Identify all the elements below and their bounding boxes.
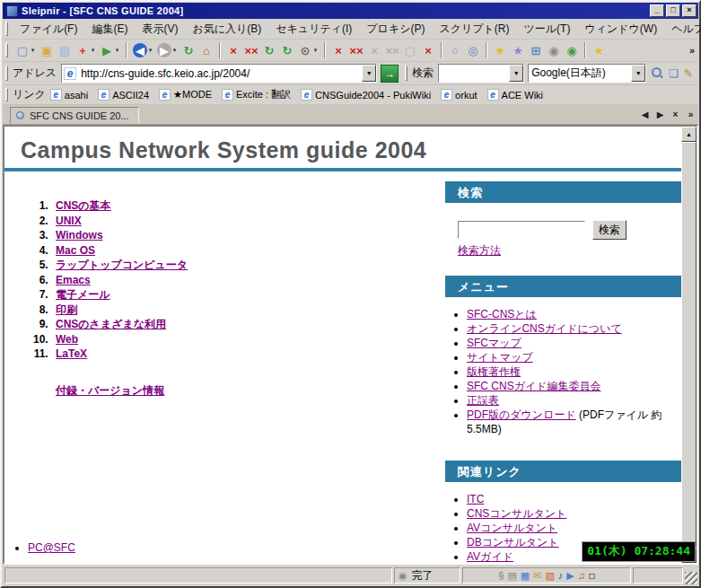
toc-link[interactable]: LaTeX [56, 347, 87, 360]
menu-item[interactable]: 編集(E) [84, 20, 135, 39]
menu-item[interactable]: プロキシ(P) [359, 20, 432, 39]
links-bar-link[interactable]: e ACE Wiki [487, 89, 543, 101]
sidebar-menu-link[interactable]: 正誤表 [467, 394, 499, 407]
copy-document-button[interactable]: ▤ [56, 40, 74, 60]
close-all-windows-button[interactable]: ×× [347, 40, 365, 60]
address-input[interactable]: e http://cns-guide.sfc.keio.ac.jp/2004/ … [61, 64, 377, 83]
maximize-button[interactable]: □ [666, 4, 680, 17]
add-favorite-button[interactable]: ★ [590, 40, 608, 60]
close-left-button[interactable]: × [365, 40, 383, 60]
related-link[interactable]: CNSコンサルタント [467, 507, 566, 520]
links-bar-link[interactable]: e asahi [50, 89, 88, 101]
toc-link[interactable]: 印刷 [56, 303, 77, 316]
search-help-link[interactable]: 検索方法 [458, 243, 501, 259]
sidebar-menu-link[interactable]: PDF版のダウンロード [467, 408, 576, 421]
open-document-button[interactable]: ▣ [38, 40, 56, 60]
scroll-up-button[interactable]: ▲ [681, 127, 697, 142]
menu-item[interactable]: スクリプト(R) [432, 20, 516, 39]
sidebar-menu-link[interactable]: 版権著作権 [467, 365, 521, 378]
related-link[interactable]: DBコンサルタント [467, 536, 559, 549]
search-icon[interactable] [652, 67, 663, 79]
menu-item[interactable]: ヘルプ(H) [664, 20, 701, 39]
tab-prev-button[interactable]: ◀ [637, 108, 653, 122]
forward-button[interactable]: ▶▾ [155, 40, 180, 60]
close-others-button[interactable]: × [419, 40, 437, 60]
toolbar-grip[interactable] [5, 43, 8, 58]
document-icon[interactable]: ▤ [507, 571, 516, 581]
highlight-icon[interactable]: ✎ [684, 67, 693, 80]
links-bar-link[interactable]: e ASCII24 [98, 89, 149, 101]
sidebar-menu-link[interactable]: SFC CNSガイド編集委員会 [467, 380, 601, 392]
offline-globe-button[interactable]: ◉ [545, 40, 563, 60]
find-button[interactable]: ○ [446, 40, 464, 60]
close-right-button[interactable]: ×× [383, 40, 401, 60]
menu-item[interactable]: お気に入り(B) [185, 20, 268, 39]
menu-item[interactable]: 表示(V) [135, 20, 185, 39]
mail-icon[interactable]: ✉ [533, 571, 541, 581]
import-button[interactable]: +▾ [74, 40, 98, 60]
links-bar-link[interactable]: e CNSGuide2004 - PukiWiki [301, 89, 431, 101]
favorites-button[interactable]: ★ [491, 40, 509, 60]
toc-link[interactable]: CNSの基本 [56, 199, 111, 212]
related-link[interactable]: ITC [467, 493, 484, 505]
back-button[interactable]: ◀▾ [131, 40, 155, 60]
find-in-page-button[interactable]: ◎ [464, 40, 482, 60]
tab-close-button[interactable]: × [668, 108, 683, 122]
toolbar-overflow-button[interactable]: » [689, 45, 695, 56]
sidebar-menu-link[interactable]: SFCマップ [467, 337, 521, 349]
searchbar-grip[interactable] [405, 66, 407, 82]
search-query-combobox[interactable]: ▼ [438, 64, 524, 83]
refresh-button[interactable]: ↻ [180, 40, 197, 60]
script-icon[interactable]: § [498, 571, 504, 581]
music-icon[interactable]: ♪ [558, 571, 564, 581]
search-engine-combobox[interactable]: Google(日本語) ▼ [528, 64, 646, 83]
vertical-scrollbar[interactable]: ▲ ▼ [681, 127, 697, 563]
home-button[interactable]: ⌂ [197, 40, 215, 60]
sidebar-search-button[interactable]: 検索 [592, 220, 627, 240]
stop-all-button[interactable]: ×× [242, 40, 260, 60]
menu-item[interactable]: ファイル(F) [13, 20, 84, 39]
tab-sfc-cns-guide[interactable]: SFC CNS GUIDE 20... [10, 107, 139, 124]
addressbar-grip[interactable] [5, 66, 8, 82]
minimize-button[interactable]: _ [650, 4, 664, 17]
video-icon[interactable]: ▶ [566, 571, 574, 581]
search-in-page-icon[interactable]: ❏ [669, 67, 679, 80]
menubar-grip[interactable] [5, 22, 8, 35]
sidebar-search-input[interactable] [458, 221, 585, 239]
address-dropdown-button[interactable]: ▼ [362, 65, 376, 82]
reload-all-button[interactable]: ↻ [278, 40, 296, 60]
history-button[interactable]: ⊙▾ [296, 40, 320, 60]
reload-button[interactable]: ↻ [260, 40, 278, 60]
toc-link[interactable]: Emacs [56, 274, 91, 286]
close-window-button[interactable]: × [329, 40, 347, 60]
picture-icon[interactable]: ▧ [545, 571, 554, 581]
sidebar-menu-link[interactable]: オンラインCNSガイドについて [467, 322, 622, 335]
restore-window-button[interactable]: ▢ [401, 40, 419, 60]
toc-link[interactable]: UNIX [56, 215, 82, 227]
open-folder-button[interactable]: ▶▾ [98, 40, 122, 60]
toc-link[interactable]: Windows [56, 229, 103, 241]
tab-next-button[interactable]: ▶ [653, 108, 668, 122]
sound-icon[interactable]: ♫ [578, 571, 585, 581]
toc-link[interactable]: Mac OS [56, 244, 95, 257]
window-resize-grip[interactable] [685, 572, 697, 584]
sidebar-menu-link[interactable]: サイトマップ [467, 351, 533, 364]
search-query-dropdown-button[interactable]: ▼ [509, 65, 523, 82]
links-bar-link[interactable]: e ★MODE [159, 89, 212, 101]
toc-link[interactable]: CNSのさまざまな利用 [56, 318, 166, 330]
image-icon[interactable]: ▦ [521, 571, 530, 581]
menu-item[interactable]: セキュリティ(I) [268, 20, 359, 39]
links-bar-link[interactable]: e Excite : 翻訳 [222, 88, 291, 101]
scrollbar-thumb[interactable] [681, 142, 697, 548]
favorites-groups-button[interactable]: ★ [509, 40, 527, 60]
appendix-link[interactable]: 付録・バージョン情報 [56, 383, 164, 399]
footer-link[interactable]: PC@SFC [28, 541, 75, 554]
stop-button[interactable]: × [224, 40, 242, 60]
close-button[interactable]: × [682, 4, 697, 17]
linksbar-grip[interactable] [5, 88, 8, 101]
toc-link[interactable]: 電子メール [56, 288, 110, 301]
go-button[interactable]: → [381, 65, 399, 83]
search-engine-dropdown-button[interactable]: ▼ [631, 65, 645, 82]
tab-more-button[interactable]: » [683, 108, 698, 122]
globe-button[interactable]: ◉ [563, 40, 581, 60]
